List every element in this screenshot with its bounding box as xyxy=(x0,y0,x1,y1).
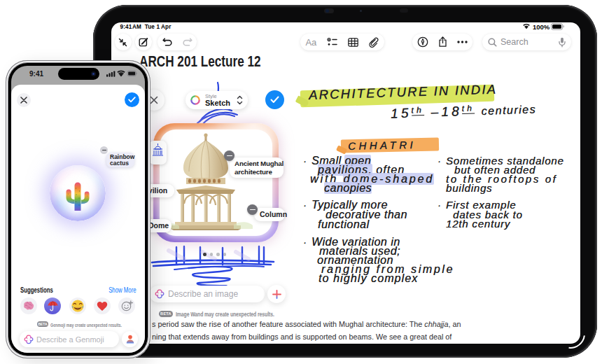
svg-text:100%: 100% xyxy=(533,23,550,31)
